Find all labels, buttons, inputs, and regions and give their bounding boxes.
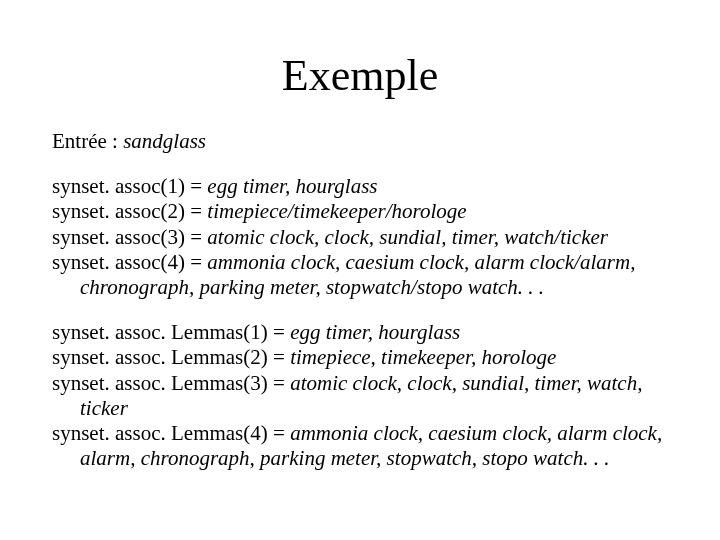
assoc-line: synset. assoc(2) = timepiece/timekeeper/… — [52, 199, 668, 224]
assoc-line: synset. assoc(3) = atomic clock, clock, … — [52, 225, 668, 250]
assoc-label: synset. assoc(1) = — [52, 174, 207, 198]
lemmas-line: synset. assoc. Lemmas(1) = egg timer, ho… — [52, 320, 668, 345]
lemmas-line: synset. assoc. Lemmas(3) = atomic clock,… — [52, 371, 668, 421]
lemmas-block: synset. assoc. Lemmas(1) = egg timer, ho… — [52, 320, 668, 471]
slide: Exemple Entrée : sandglass synset. assoc… — [0, 50, 720, 540]
slide-title: Exemple — [0, 50, 720, 101]
entry-label: Entrée : — [52, 129, 123, 153]
assoc-value: egg timer, hourglass — [207, 174, 377, 198]
assoc-label: synset. assoc(4) = — [52, 250, 207, 274]
assoc-value: timepiece/timekeeper/horologe — [207, 199, 466, 223]
assoc-value: atomic clock, clock, sundial, timer, wat… — [207, 225, 608, 249]
lemmas-line: synset. assoc. Lemmas(4) = ammonia clock… — [52, 421, 668, 471]
lemmas-label: synset. assoc. Lemmas(1) = — [52, 320, 290, 344]
assoc-line: synset. assoc(4) = ammonia clock, caesiu… — [52, 250, 668, 300]
assoc-block: synset. assoc(1) = egg timer, hourglass … — [52, 174, 668, 300]
slide-body: Entrée : sandglass synset. assoc(1) = eg… — [0, 129, 720, 471]
lemmas-value: egg timer, hourglass — [290, 320, 460, 344]
lemmas-label: synset. assoc. Lemmas(4) = — [52, 421, 290, 445]
assoc-line: synset. assoc(1) = egg timer, hourglass — [52, 174, 668, 199]
entry-line: Entrée : sandglass — [52, 129, 668, 154]
lemmas-label: synset. assoc. Lemmas(3) = — [52, 371, 290, 395]
lemmas-label: synset. assoc. Lemmas(2) = — [52, 345, 290, 369]
assoc-label: synset. assoc(3) = — [52, 225, 207, 249]
lemmas-line: synset. assoc. Lemmas(2) = timepiece, ti… — [52, 345, 668, 370]
assoc-label: synset. assoc(2) = — [52, 199, 207, 223]
entry-value: sandglass — [123, 129, 206, 153]
lemmas-value: timepiece, timekeeper, horologe — [290, 345, 556, 369]
